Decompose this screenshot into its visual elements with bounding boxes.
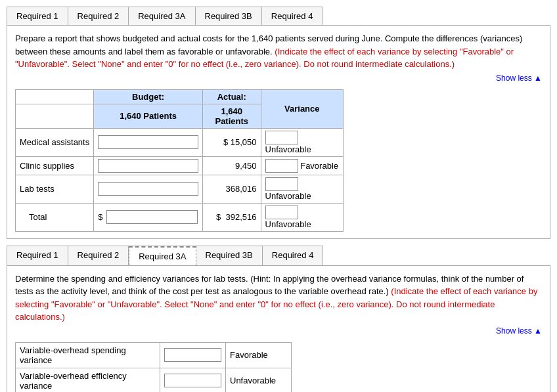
variance-label-total: Unfavorable — [265, 219, 311, 229]
efficiency-variance: Unfavorable — [226, 368, 292, 392]
instruction1: Prepare a report that shows budgeted and… — [15, 32, 542, 71]
empty-header — [16, 89, 94, 104]
actual-num-lab: 368,016 — [226, 184, 257, 194]
actual-value-lab: 368,016 — [202, 175, 261, 203]
efficiency-label: Variable-overhead efficiency variance — [16, 368, 160, 392]
actual-value-medical: $ 15,050 — [202, 128, 261, 156]
actual-value-total: $ 392,516 — [202, 203, 261, 231]
variance-table: Variable-overhead spending variance Favo… — [15, 342, 292, 393]
actual-value-clinic: 9,450 — [202, 156, 261, 175]
tab-required3a-mid[interactable]: Required 3A — [129, 246, 196, 265]
tab-required4-mid[interactable]: Required 4 — [263, 246, 323, 265]
variance-lab: Unfavorable — [261, 175, 343, 203]
tab-required3b-mid[interactable]: Required 3B — [196, 246, 263, 265]
budget-input-clinic[interactable] — [94, 156, 203, 175]
variance-medical: Unfavorable — [261, 128, 343, 156]
empty-subheader — [16, 104, 94, 128]
row-label-total: Total — [16, 203, 94, 231]
tab-required3b-top[interactable]: Required 3B — [196, 7, 262, 25]
tab-required4-top[interactable]: Required 4 — [262, 7, 323, 25]
table-row: Lab tests 368,016 Unfavorable — [16, 175, 344, 203]
variance-input-medical[interactable] — [265, 131, 298, 144]
tab-required2-mid[interactable]: Required 2 — [68, 246, 129, 265]
tab-required1-mid[interactable]: Required 1 — [7, 246, 68, 265]
section2: Determine the spending and efficiency va… — [7, 265, 550, 393]
show-less-2[interactable]: Show less — [15, 326, 542, 336]
actual-dollar-medical: $ — [223, 137, 228, 147]
table-row: Clinic supplies 9,450 Favorable — [16, 156, 344, 175]
table-row: Variable-overhead spending variance Favo… — [16, 342, 292, 368]
budget-input-total[interactable]: $ — [94, 203, 203, 231]
variance-input-total[interactable] — [265, 206, 298, 219]
row-label-clinic: Clinic supplies — [16, 156, 94, 175]
budget-input-lab[interactable] — [94, 175, 203, 203]
variance-input-lab[interactable] — [265, 177, 298, 191]
middle-tabs: Required 1 Required 2 Required 3A Requir… — [7, 246, 323, 265]
efficiency-input-cell[interactable] — [160, 368, 226, 392]
variance-label-medical: Unfavorable — [265, 144, 311, 154]
budget-dollar-total: $ — [98, 212, 102, 222]
spending-label: Variable-overhead spending variance — [16, 342, 160, 368]
variance-clinic: Favorable — [261, 156, 343, 175]
table-row-total: Total $ $ 392,516 Unfavorable — [16, 203, 344, 231]
actual-header: Actual: — [202, 89, 261, 104]
tab-required3a-top[interactable]: Required 3A — [129, 7, 195, 25]
budget-table: Budget: Actual: Variance 1,640 Patients … — [15, 89, 344, 232]
section1: Prepare a report that shows budgeted and… — [7, 25, 550, 239]
variance-label-clinic: Favorable — [300, 161, 338, 171]
instruction2: Determine the spending and efficiency va… — [15, 272, 542, 324]
spending-input[interactable] — [164, 348, 221, 362]
spending-input-cell[interactable] — [160, 342, 226, 368]
spending-variance: Favorable — [226, 342, 292, 368]
variance-header: Variance — [261, 89, 343, 128]
row-label-lab: Lab tests — [16, 175, 94, 203]
tab-required2-top[interactable]: Required 2 — [68, 7, 129, 25]
variance-input-clinic[interactable] — [265, 159, 298, 173]
variance-label-lab: Unfavorable — [265, 191, 311, 201]
top-tabs: Required 1 Required 2 Required 3A Requir… — [7, 7, 323, 25]
actual-num-medical: 15,050 — [231, 137, 257, 147]
show-less-1[interactable]: Show less — [15, 74, 542, 83]
actual-dollar-total: $ — [216, 212, 221, 222]
table-row: Variable-overhead efficiency variance Un… — [16, 368, 292, 392]
tab-required1-top[interactable]: Required 1 — [7, 7, 68, 25]
table-row: Medical assistants $ 15,050 Unfavorable — [16, 128, 344, 156]
actual-num-clinic: 9,450 — [235, 161, 257, 171]
budget-input-medical[interactable] — [94, 128, 203, 156]
actual-num-total: 392,516 — [226, 212, 257, 222]
budget-sub-header: 1,640 Patients — [94, 104, 203, 128]
variance-total: Unfavorable — [261, 203, 343, 231]
actual-sub-header: 1,640 Patients — [202, 104, 261, 128]
budget-header: Budget: — [94, 89, 203, 104]
efficiency-input[interactable] — [164, 374, 221, 387]
row-label-medical: Medical assistants — [16, 128, 94, 156]
